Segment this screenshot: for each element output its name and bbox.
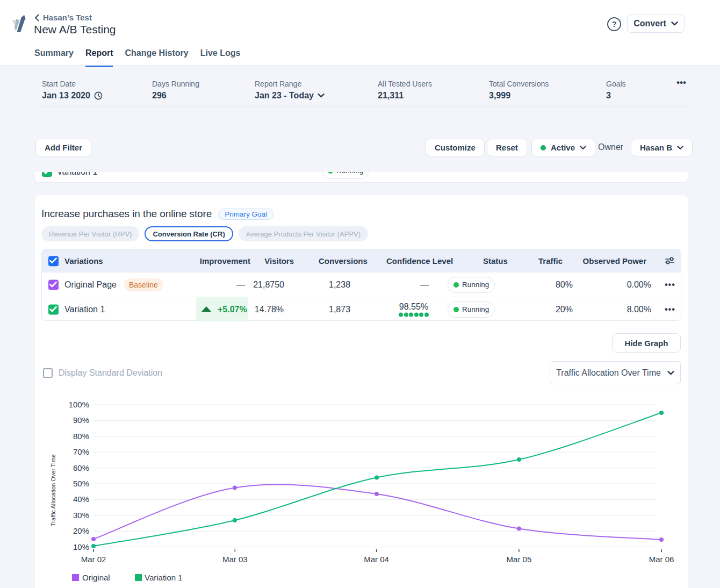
svg-text:Mar 04: Mar 04 bbox=[364, 555, 389, 564]
svg-text:Mar 02: Mar 02 bbox=[81, 555, 106, 564]
svg-text:Mar 03: Mar 03 bbox=[222, 555, 248, 564]
svg-text:10%: 10% bbox=[73, 542, 89, 551]
svg-text:20%: 20% bbox=[73, 526, 89, 535]
svg-text:50%: 50% bbox=[73, 479, 89, 488]
svg-text:Traffic Allocation Over Time: Traffic Allocation Over Time bbox=[50, 454, 56, 526]
svg-text:Variation 1: Variation 1 bbox=[145, 573, 183, 582]
svg-text:Mar 06: Mar 06 bbox=[649, 555, 674, 564]
svg-text:90%: 90% bbox=[73, 415, 89, 425]
svg-text:100%: 100% bbox=[69, 400, 89, 409]
svg-text:70%: 70% bbox=[73, 447, 89, 456]
svg-text:Original: Original bbox=[82, 573, 110, 582]
svg-text:80%: 80% bbox=[73, 432, 89, 441]
svg-text:Mar 05: Mar 05 bbox=[507, 555, 532, 564]
svg-text:30%: 30% bbox=[73, 511, 89, 520]
svg-text:60%: 60% bbox=[73, 463, 89, 472]
svg-text:40%: 40% bbox=[73, 494, 89, 504]
